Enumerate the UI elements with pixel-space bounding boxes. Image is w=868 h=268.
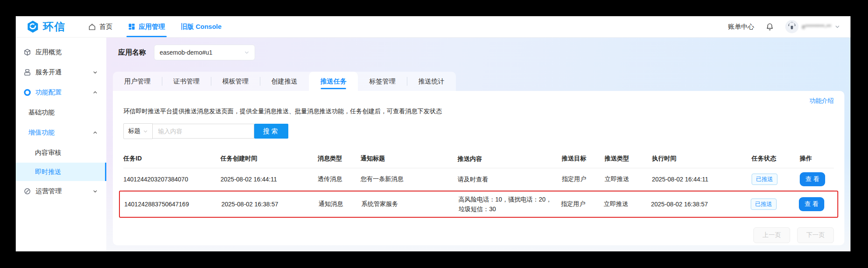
search-bar: 标题 搜索: [123, 123, 834, 139]
app-window: 环信 首页 应用管理 旧版 Console: [16, 16, 850, 251]
sidebar-item-app-overview[interactable]: 应用概览: [16, 42, 106, 62]
feature-intro-link[interactable]: 功能介绍: [809, 97, 834, 105]
tab-label: 证书管理: [173, 77, 200, 86]
sidebar-item-service-activation[interactable]: 服务开通: [16, 62, 106, 82]
table-row-highlighted: 1401242883750647169 2025-08-02 16:38:57 …: [119, 191, 838, 218]
col-header-created: 任务创建时间: [220, 155, 318, 163]
tab-create-push[interactable]: 创建推送: [260, 72, 309, 91]
sidebar-item-value-added[interactable]: 增值功能: [16, 122, 106, 143]
tab-bar: 用户管理 证书管理 模板管理 创建推送 推送任务 标签管理 推送统计: [113, 72, 456, 91]
view-button[interactable]: 查 看: [799, 197, 824, 211]
tab-label: 用户管理: [124, 77, 150, 86]
cell-title: 您有一条新消息: [360, 175, 458, 183]
sidebar-item-label: 应用概览: [35, 48, 62, 56]
cell-action: 查 看: [799, 197, 833, 211]
app-name-label: 应用名称: [118, 48, 146, 57]
cell-created: 2025-08-02 16:44:11: [220, 176, 318, 183]
cell-msg-type: 通知消息: [318, 200, 361, 208]
target-icon: [23, 88, 31, 96]
sidebar-item-label: 功能配置: [35, 88, 62, 97]
nav-home[interactable]: 首页: [80, 16, 120, 37]
tab-label: 推送任务: [320, 77, 346, 86]
sidebar-item-label: 即时推送: [35, 168, 61, 176]
cell-target: 指定用户: [562, 175, 605, 183]
tab-push-tasks[interactable]: 推送任务: [309, 72, 358, 91]
chevron-down-icon: [244, 50, 249, 55]
sidebar-item-operations[interactable]: 运营管理: [16, 181, 106, 201]
app-name-value: easemob-demo#u1: [160, 49, 213, 56]
col-header-content: 推送内容: [458, 154, 562, 164]
slash-circle-icon: [23, 187, 31, 195]
cell-push-type: 立即推送: [605, 175, 652, 183]
nav-old-console[interactable]: 旧版 Console: [173, 16, 229, 37]
sidebar-item-feature-config[interactable]: 功能配置: [16, 82, 106, 102]
cell-content: 高风险电话：10，骚扰电话：20，垃圾短信：30: [458, 195, 561, 214]
cell-exec-time: 2025-08-02 16:38:57: [651, 201, 751, 208]
search-field-select[interactable]: 标题: [123, 123, 153, 139]
table-row: 1401244203207384070 2025-08-02 16:44:11 …: [123, 168, 834, 191]
cell-target: 指定用户: [561, 200, 604, 208]
search-button[interactable]: 搜索: [254, 124, 288, 139]
table-header-row: 任务ID 任务创建时间 消息类型 通知标题 推送内容 推送目标 推送类型 执行时…: [123, 150, 834, 168]
user-menu[interactable]: e********-**: [785, 20, 840, 33]
cell-push-type: 立即推送: [604, 200, 651, 208]
sidebar-item-basic-features[interactable]: 基础功能: [16, 102, 106, 122]
next-page-button[interactable]: 下一页: [797, 227, 834, 243]
tab-template-management[interactable]: 模板管理: [211, 72, 260, 91]
username: e********-**: [802, 23, 831, 30]
sidebar: 应用概览 服务开通: [16, 38, 106, 251]
status-badge: 已推送: [752, 174, 777, 185]
billing-center-link[interactable]: 账单中心: [728, 23, 754, 31]
cell-title: 系统管家服务: [361, 200, 458, 208]
home-icon: [88, 23, 96, 31]
stack-icon: [23, 68, 31, 76]
content-card: 功能介绍 环信即时推送平台提供推送消息发送页面，提供全量消息推送、批量消息推送功…: [113, 91, 844, 245]
chevron-up-icon: [93, 90, 98, 95]
pagination: 上一页 下一页: [123, 227, 834, 250]
chevron-down-icon: [143, 129, 148, 134]
chevron-down-icon: [93, 70, 98, 75]
cell-msg-type: 透传消息: [318, 175, 360, 183]
tab-label: 推送统计: [418, 77, 444, 86]
sidebar-item-label: 增值功能: [28, 129, 55, 137]
navbar-right: 账单中心 e********-**: [728, 20, 840, 33]
page-description: 环信即时推送平台提供推送消息发送页面，提供全量消息推送、批量消息推送功能，任务创…: [123, 108, 834, 115]
nav-home-label: 首页: [99, 23, 112, 31]
nav-app-management-label: 应用管理: [139, 23, 165, 31]
bell-icon[interactable]: [766, 23, 774, 31]
sidebar-item-label: 内容审核: [35, 149, 61, 157]
cell-action: 查 看: [800, 172, 834, 186]
tasks-table: 任务ID 任务创建时间 消息类型 通知标题 推送内容 推送目标 推送类型 执行时…: [123, 150, 834, 218]
col-header-target: 推送目标: [562, 155, 605, 163]
col-header-task-id: 任务ID: [123, 155, 220, 163]
logo-text: 环信: [43, 20, 66, 34]
sidebar-item-label: 服务开通: [35, 68, 62, 77]
col-header-exec-time: 执行时间: [652, 155, 752, 163]
easemob-logo[interactable]: 环信: [26, 20, 66, 34]
cell-exec-time: 2025-08-02 16:44:11: [652, 176, 752, 183]
col-header-title: 通知标题: [360, 155, 458, 163]
prev-page-button[interactable]: 上一页: [753, 227, 790, 243]
tab-certificate-management[interactable]: 证书管理: [162, 72, 211, 91]
search-input[interactable]: [153, 124, 254, 139]
cell-task-id: 1401244203207384070: [123, 176, 220, 183]
sidebar-item-label: 基础功能: [28, 108, 55, 117]
easemob-logo-icon: [26, 20, 39, 33]
nav-app-management[interactable]: 应用管理: [120, 16, 173, 37]
sidebar-item-content-moderation[interactable]: 内容审核: [16, 143, 106, 163]
sidebar-item-label: 运营管理: [35, 187, 62, 195]
tab-user-management[interactable]: 用户管理: [113, 72, 162, 91]
cube-icon: [23, 48, 31, 56]
tab-tag-management[interactable]: 标签管理: [358, 72, 407, 91]
cell-content: 请及时查看: [458, 174, 562, 184]
view-button[interactable]: 查 看: [800, 172, 825, 186]
cell-created: 2025-08-02 16:38:57: [221, 201, 318, 208]
col-header-action: 操作: [800, 155, 834, 163]
cell-status: 已推送: [752, 174, 800, 185]
main-content: 应用名称 easemob-demo#u1 用户管理 证书管理 模板管理 创建推送…: [106, 38, 850, 251]
grid-icon: [128, 23, 135, 30]
app-name-select[interactable]: easemob-demo#u1: [154, 45, 255, 60]
search-field-value: 标题: [128, 127, 140, 135]
tab-push-statistics[interactable]: 推送统计: [407, 72, 456, 91]
sidebar-item-instant-push[interactable]: 即时推送: [16, 163, 106, 181]
